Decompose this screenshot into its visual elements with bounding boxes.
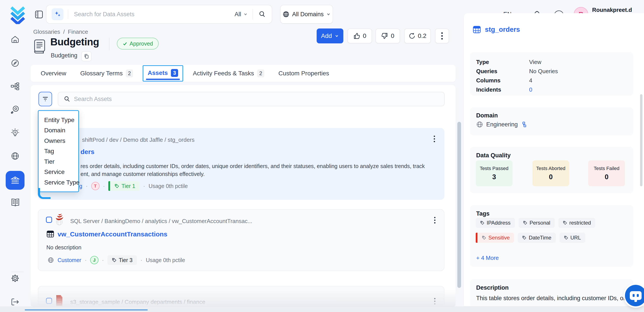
- sidebar-item-products[interactable]: [10, 82, 20, 91]
- assets-search-bar[interactable]: [58, 92, 445, 106]
- asset-checkbox[interactable]: [46, 217, 52, 223]
- asset-checkbox[interactable]: [46, 298, 52, 304]
- asset-card-finance-department[interactable]: s3_storage_sample / Company departments …: [38, 286, 444, 307]
- sidebar-item-settings[interactable]: [10, 273, 20, 283]
- asset-card-menu-icon[interactable]: [430, 215, 440, 225]
- more-actions-button[interactable]: [435, 29, 449, 43]
- tag-personal[interactable]: Personal: [518, 218, 555, 228]
- tag-icon: [564, 236, 568, 240]
- filter-button[interactable]: [38, 92, 52, 106]
- owner-avatar[interactable]: J: [90, 256, 98, 264]
- horizontal-scrollbar[interactable]: [25, 309, 148, 310]
- incidents-value-link[interactable]: 0: [529, 86, 532, 93]
- data-quality-card: Data Quality Tests Passed 3 Tests Aborte…: [470, 147, 633, 193]
- assets-search-input[interactable]: [74, 96, 439, 103]
- global-search-bar[interactable]: All: [46, 5, 272, 24]
- tag-icon: [523, 221, 527, 225]
- atlan-logo-icon[interactable]: [9, 5, 27, 24]
- tab-glossary-terms[interactable]: Glossary Terms 2: [79, 69, 134, 77]
- table-icon: [46, 230, 54, 238]
- upvote-button[interactable]: 0: [348, 29, 372, 43]
- asset-card-vw-customeraccounttransactions[interactable]: SQL Server / BankingDemo / analytics / v…: [38, 209, 444, 271]
- tag-url[interactable]: URL: [560, 233, 585, 243]
- logout-icon: [10, 297, 20, 307]
- global-search-input[interactable]: [74, 11, 234, 18]
- asset-details-panel: stg_orders Type View Queries No Queries …: [464, 13, 644, 306]
- tests-failed-stat: Tests Failed 0: [588, 160, 625, 186]
- data-quality-title: Data Quality: [476, 152, 511, 159]
- tag-icon: [114, 184, 119, 188]
- all-domains-label: All Domains: [292, 11, 324, 18]
- version-button[interactable]: 0.2: [404, 29, 431, 43]
- tag-sensitive[interactable]: Sensitive: [476, 233, 514, 243]
- details-asset-title[interactable]: stg_orders: [485, 26, 520, 34]
- sidebar-item-glossary[interactable]: [10, 198, 20, 207]
- status-badge[interactable]: Approved: [117, 38, 159, 50]
- filter-option-service-type[interactable]: Service Type: [38, 179, 78, 186]
- domain-value-link[interactable]: Engineering: [486, 121, 518, 128]
- description-title: Description: [476, 284, 509, 291]
- sidebar-item-home[interactable]: [10, 35, 20, 44]
- sidebar-item-domains[interactable]: [10, 151, 20, 161]
- breadcrumb-finance[interactable]: Finance: [68, 29, 88, 35]
- type-label: Type: [476, 59, 529, 66]
- divider: [12, 272, 24, 272]
- filter-option-entity-type[interactable]: Entity Type: [38, 117, 78, 124]
- chatbot-button[interactable]: [625, 285, 644, 306]
- sidebar-item-logout[interactable]: [10, 297, 20, 307]
- all-domains-selector[interactable]: All Domains: [280, 5, 333, 24]
- asset-card-menu-icon[interactable]: [430, 296, 440, 306]
- filter-option-tag[interactable]: Tag: [38, 148, 78, 155]
- tags-card: Tags IPAddress Personal restricted Sensi…: [470, 205, 633, 267]
- details-panel-scrollbar[interactable]: [640, 94, 642, 186]
- tag-icon: [563, 221, 567, 225]
- search-icon[interactable]: [258, 10, 266, 18]
- hierarchy-link-icon[interactable]: [521, 122, 526, 127]
- search-scope-dropdown[interactable]: All: [234, 11, 248, 18]
- copy-icon[interactable]: [82, 51, 92, 61]
- divider: [252, 9, 253, 20]
- asset-domain-link[interactable]: Customer: [58, 257, 81, 263]
- search-icon: [64, 96, 70, 103]
- divider: [109, 38, 110, 50]
- sql-server-icon: [54, 214, 66, 226]
- tag-restricted[interactable]: restricted: [558, 218, 596, 228]
- filter-option-owners[interactable]: Owners: [38, 137, 78, 144]
- tier-badge[interactable]: Tier 1: [108, 181, 140, 191]
- sidebar-item-insights[interactable]: [10, 128, 20, 138]
- downvote-button[interactable]: 0: [376, 29, 400, 43]
- tag-ipaddress[interactable]: IPAddress: [476, 218, 515, 228]
- check-icon: [122, 41, 127, 46]
- sidebar-toggle-icon[interactable]: [34, 10, 43, 19]
- asset-domain-link[interactable]: g: [79, 183, 82, 189]
- asset-title-link[interactable]: ders: [80, 148, 94, 155]
- tags-more-link[interactable]: + 4 More: [476, 255, 499, 261]
- tab-activity-feeds[interactable]: Activity Feeds & Tasks 2: [192, 69, 266, 77]
- robot-icon: [630, 291, 642, 300]
- downvote-count: 0: [391, 33, 394, 40]
- s3-storage-icon: [54, 294, 64, 307]
- footer-strip: [0, 306, 644, 312]
- sidebar-item-governance-active[interactable]: [6, 171, 24, 190]
- filter-option-tier[interactable]: Tier: [38, 158, 78, 165]
- filter-option-domain[interactable]: Domain: [38, 127, 78, 134]
- tab-custom-properties[interactable]: Custom Properties: [277, 70, 330, 77]
- asset-card-menu-icon[interactable]: [430, 134, 439, 144]
- type-value: View: [529, 59, 541, 66]
- asset-title-link[interactable]: vw_CustomerAccountTransactions: [58, 230, 168, 238]
- filter-dropdown-menu: Entity Type Domain Owners Tag Tier Servi…: [38, 110, 79, 192]
- filter-option-service[interactable]: Service: [38, 169, 78, 176]
- tag-datetime[interactable]: DateTime: [518, 233, 556, 243]
- tier-badge[interactable]: Tier 3: [108, 255, 137, 265]
- main-scrollbar[interactable]: [457, 122, 461, 288]
- app-window: All All Domains EN ? R Rounakpreet.d: [0, 0, 644, 312]
- sidebar-item-profiling[interactable]: [10, 105, 20, 114]
- add-button[interactable]: Add: [317, 29, 343, 43]
- asset-description: No description: [46, 244, 82, 251]
- breadcrumb-glossaries[interactable]: Glossaries: [33, 29, 60, 35]
- sidebar-item-discover[interactable]: [10, 58, 20, 68]
- tab-overview[interactable]: Overview: [40, 70, 68, 77]
- owner-avatar[interactable]: T: [91, 182, 100, 190]
- tab-assets[interactable]: Assets 3: [146, 69, 180, 77]
- asset-card-stg-orders[interactable]: shiftProd / dev / Demo dbt Jaffle / stg_…: [38, 128, 444, 200]
